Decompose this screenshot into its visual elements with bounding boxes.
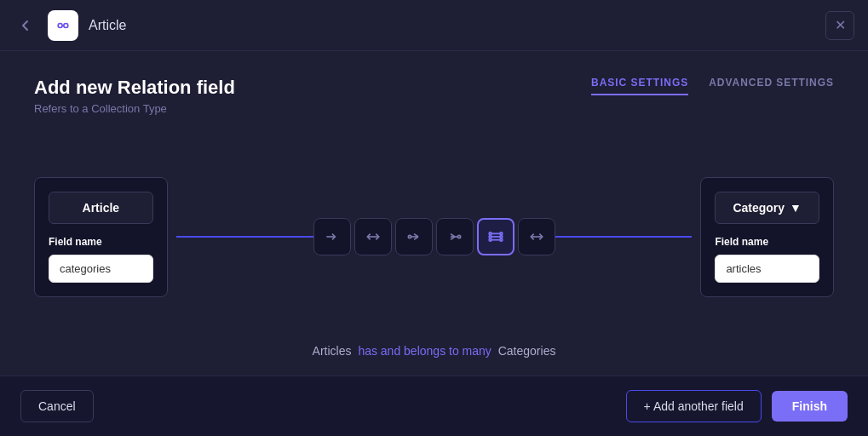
relation-one-way[interactable] — [313, 218, 351, 255]
relation-many-to-one[interactable] — [436, 218, 474, 255]
close-button[interactable]: ✕ — [825, 11, 854, 40]
svg-point-16 — [489, 236, 491, 238]
footer-right: + Add another field Finish — [626, 390, 848, 422]
tab-advanced-settings[interactable]: ADVANCED SETTINGS — [709, 77, 834, 95]
header-icon — [48, 10, 78, 41]
relation-bidirectional[interactable] — [518, 218, 555, 255]
header: Article ✕ — [0, 0, 868, 51]
page-subtitle: Refers to a Collection Type — [34, 102, 235, 115]
description-prefix: Articles — [313, 344, 352, 358]
right-entity-name: Category — [733, 201, 785, 215]
main-content: Add new Relation field Refers to a Colle… — [0, 51, 868, 376]
description-suffix: Categories — [498, 344, 556, 358]
description-highlight: has and belongs to many — [358, 344, 491, 358]
right-entity-box: Category ▼ Field name — [700, 177, 834, 297]
relation-many-to-many[interactable] — [477, 218, 514, 255]
footer: Cancel + Add another field Finish — [0, 376, 868, 436]
svg-point-1 — [64, 23, 68, 27]
header-title: Article — [89, 18, 815, 33]
relation-builder: Article Field name — [34, 139, 834, 335]
field-title-area: Add new Relation field Refers to a Colle… — [34, 77, 235, 115]
right-field-label: Field name — [715, 236, 819, 248]
right-field-input[interactable] — [715, 255, 819, 283]
svg-point-17 — [489, 238, 491, 241]
right-entity-title[interactable]: Category ▼ — [715, 192, 819, 224]
left-line — [176, 236, 313, 238]
back-button[interactable] — [14, 14, 37, 37]
relation-icons — [313, 218, 555, 255]
connector-container — [168, 218, 701, 255]
tab-basic-settings[interactable]: BASIC SETTINGS — [591, 77, 688, 95]
dropdown-icon: ▼ — [790, 201, 802, 215]
left-field-label: Field name — [49, 236, 153, 248]
svg-point-14 — [457, 235, 460, 238]
svg-point-18 — [500, 232, 503, 235]
left-entity-box: Article Field name — [34, 177, 168, 297]
cancel-button[interactable]: Cancel — [20, 390, 94, 422]
tabs-container: BASIC SETTINGS ADVANCED SETTINGS — [591, 77, 834, 95]
svg-point-19 — [500, 236, 503, 238]
page-heading: Add new Relation field — [34, 77, 235, 99]
relation-description: Articles has and belongs to many Categor… — [34, 343, 834, 359]
left-field-input[interactable] — [49, 255, 153, 283]
svg-point-15 — [489, 232, 491, 235]
relation-one-to-many[interactable] — [395, 218, 433, 255]
svg-point-5 — [408, 235, 411, 238]
relation-one-to-one[interactable] — [354, 218, 392, 255]
left-entity-title: Article — [49, 192, 153, 224]
add-field-button[interactable]: + Add another field — [626, 390, 762, 422]
right-line — [555, 236, 693, 238]
svg-point-20 — [500, 238, 503, 241]
svg-point-0 — [58, 23, 62, 27]
top-section: Add new Relation field Refers to a Colle… — [34, 77, 834, 115]
finish-button[interactable]: Finish — [772, 391, 848, 422]
